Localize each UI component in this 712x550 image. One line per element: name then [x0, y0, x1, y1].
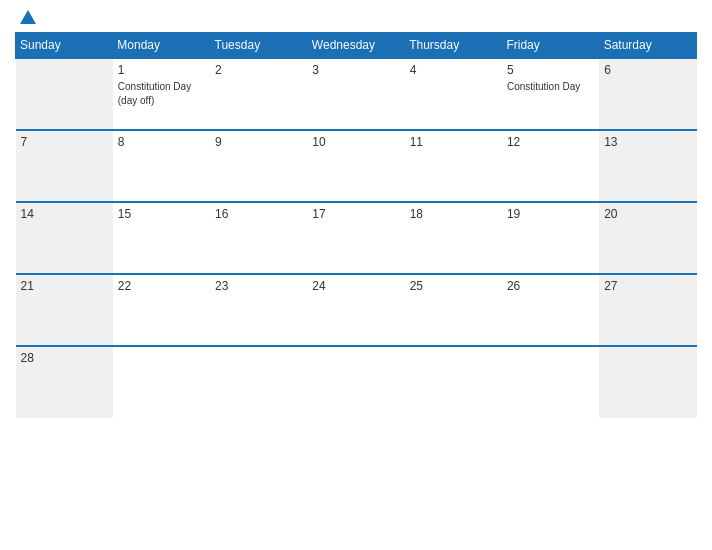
calendar-cell: 23	[210, 274, 307, 346]
day-header-saturday: Saturday	[599, 33, 696, 59]
day-number: 17	[312, 207, 399, 221]
day-number: 28	[21, 351, 108, 365]
week-row-3: 14151617181920	[16, 202, 697, 274]
day-header-tuesday: Tuesday	[210, 33, 307, 59]
calendar-table: SundayMondayTuesdayWednesdayThursdayFrid…	[15, 32, 697, 418]
calendar-cell	[405, 346, 502, 418]
calendar-cell: 3	[307, 58, 404, 130]
logo	[17, 10, 36, 24]
calendar-cell: 2	[210, 58, 307, 130]
calendar-cell: 4	[405, 58, 502, 130]
calendar-cell	[210, 346, 307, 418]
calendar-cell: 14	[16, 202, 113, 274]
calendar-cell: 11	[405, 130, 502, 202]
day-number: 11	[410, 135, 497, 149]
calendar-cell: 26	[502, 274, 599, 346]
week-row-2: 78910111213	[16, 130, 697, 202]
calendar-cell: 25	[405, 274, 502, 346]
day-number: 2	[215, 63, 302, 77]
calendar-cell: 8	[113, 130, 210, 202]
day-number: 1	[118, 63, 205, 77]
day-number: 20	[604, 207, 691, 221]
day-number: 25	[410, 279, 497, 293]
calendar-cell	[599, 346, 696, 418]
calendar-container: SundayMondayTuesdayWednesdayThursdayFrid…	[0, 0, 712, 550]
day-number: 7	[21, 135, 108, 149]
day-number: 22	[118, 279, 205, 293]
day-number: 23	[215, 279, 302, 293]
calendar-cell: 12	[502, 130, 599, 202]
day-header-wednesday: Wednesday	[307, 33, 404, 59]
day-number: 27	[604, 279, 691, 293]
day-number: 24	[312, 279, 399, 293]
day-header-friday: Friday	[502, 33, 599, 59]
day-number: 26	[507, 279, 594, 293]
day-number: 19	[507, 207, 594, 221]
calendar-cell: 5Constitution Day	[502, 58, 599, 130]
day-number: 13	[604, 135, 691, 149]
day-number: 14	[21, 207, 108, 221]
day-header-sunday: Sunday	[16, 33, 113, 59]
day-number: 3	[312, 63, 399, 77]
calendar-cell: 13	[599, 130, 696, 202]
calendar-header	[15, 10, 697, 24]
calendar-cell: 6	[599, 58, 696, 130]
day-number: 18	[410, 207, 497, 221]
day-number: 8	[118, 135, 205, 149]
calendar-cell	[502, 346, 599, 418]
calendar-cell: 24	[307, 274, 404, 346]
calendar-cell: 15	[113, 202, 210, 274]
calendar-cell: 1Constitution Day (day off)	[113, 58, 210, 130]
day-number: 15	[118, 207, 205, 221]
days-header-row: SundayMondayTuesdayWednesdayThursdayFrid…	[16, 33, 697, 59]
calendar-cell: 28	[16, 346, 113, 418]
day-number: 10	[312, 135, 399, 149]
event-label: Constitution Day (day off)	[118, 81, 191, 106]
week-row-4: 21222324252627	[16, 274, 697, 346]
logo-triangle-icon	[20, 10, 36, 24]
event-label: Constitution Day	[507, 81, 580, 92]
calendar-cell: 17	[307, 202, 404, 274]
calendar-cell: 20	[599, 202, 696, 274]
day-number: 21	[21, 279, 108, 293]
calendar-cell: 16	[210, 202, 307, 274]
calendar-cell	[113, 346, 210, 418]
day-header-thursday: Thursday	[405, 33, 502, 59]
calendar-cell: 19	[502, 202, 599, 274]
day-number: 4	[410, 63, 497, 77]
calendar-cell: 21	[16, 274, 113, 346]
calendar-cell: 27	[599, 274, 696, 346]
day-number: 16	[215, 207, 302, 221]
day-header-monday: Monday	[113, 33, 210, 59]
calendar-cell	[16, 58, 113, 130]
calendar-cell: 9	[210, 130, 307, 202]
day-number: 6	[604, 63, 691, 77]
day-number: 12	[507, 135, 594, 149]
calendar-cell	[307, 346, 404, 418]
calendar-cell: 18	[405, 202, 502, 274]
day-number: 9	[215, 135, 302, 149]
week-row-5: 28	[16, 346, 697, 418]
week-row-1: 1Constitution Day (day off)2345Constitut…	[16, 58, 697, 130]
calendar-cell: 10	[307, 130, 404, 202]
calendar-cell: 22	[113, 274, 210, 346]
day-number: 5	[507, 63, 594, 77]
calendar-cell: 7	[16, 130, 113, 202]
